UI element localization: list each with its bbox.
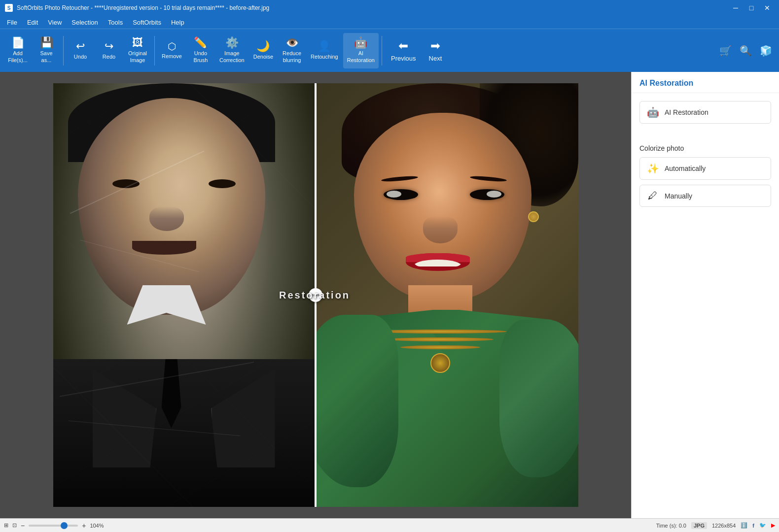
reduce-blurring-button[interactable]: 👁️ Reduce blurring — [278, 33, 306, 68]
wand-icon: ✨ — [647, 163, 659, 174]
status-left: ⊞ ⊡ − + 104% — [4, 522, 104, 530]
zoom-thumb[interactable] — [61, 522, 68, 529]
ai-restoration-icon: 🤖 — [354, 37, 367, 48]
toolbar-separator-3 — [382, 36, 382, 66]
panel-title: AI Restoration — [639, 79, 693, 87]
zoom-in-btn[interactable]: + — [82, 522, 86, 530]
title-bar: S SoftOrbits Photo Retoucher - ****Unreg… — [0, 0, 779, 16]
right-panel: AI Restoration 🤖 AI Restoration Colorize… — [631, 72, 779, 518]
denoise-button[interactable]: 🌙 Denoise — [249, 33, 277, 68]
remove-icon: ⬡ — [168, 41, 176, 51]
split-view-container: ⟺ Restoration — [53, 83, 578, 507]
zoom-out-btn[interactable]: − — [21, 522, 25, 530]
pen-icon: 🖊 — [647, 190, 659, 201]
menu-file[interactable]: File — [2, 17, 22, 28]
menu-tools[interactable]: Tools — [103, 17, 128, 28]
next-button[interactable]: ➡ Next — [423, 33, 448, 68]
format-badge: JPG — [691, 522, 707, 529]
redo-icon: ↪ — [105, 41, 113, 52]
menu-softorbits[interactable]: SoftOrbits — [128, 17, 166, 28]
cart-icon[interactable]: 🛒 — [716, 42, 735, 60]
menu-view[interactable]: View — [43, 17, 67, 28]
redo-button[interactable]: ↪ Redo — [95, 33, 123, 68]
previous-button[interactable]: ⬅ Previous — [385, 33, 422, 68]
app-icon: S — [5, 4, 13, 12]
undo-brush-button[interactable]: ✏️ Undo Brush — [187, 33, 214, 68]
automatically-button[interactable]: ✨ Automatically — [639, 157, 771, 180]
manually-button[interactable]: 🖊 Manually — [639, 185, 771, 207]
previous-icon: ⬅ — [398, 39, 408, 53]
undo-brush-icon: ✏️ — [194, 37, 207, 48]
facebook-icon[interactable]: f — [752, 523, 754, 529]
ai-restoration-label: AI Restoration — [665, 108, 708, 116]
main-content: ⟺ Restoration AI Restoration 🤖 AI Restor… — [0, 72, 779, 518]
actual-size-icon[interactable]: ⊡ — [12, 522, 17, 529]
panel-header: AI Restoration — [632, 72, 779, 93]
image-correction-button[interactable]: ⚙️ Image Correction — [215, 33, 248, 68]
menu-selection[interactable]: Selection — [67, 17, 103, 28]
time-display: Time (s): 0.0 — [656, 523, 686, 529]
ai-restoration-panel-button[interactable]: 🤖 AI Restoration — [639, 101, 771, 124]
split-handle[interactable]: ⟺ — [309, 288, 322, 302]
next-icon: ➡ — [430, 39, 440, 53]
split-divider[interactable]: ⟺ — [315, 83, 317, 507]
youtube-icon[interactable]: ▶ — [771, 522, 775, 529]
dimensions-display: 1226x854 — [712, 523, 736, 529]
canvas-area[interactable]: ⟺ Restoration — [0, 72, 631, 518]
after-photo — [315, 83, 578, 507]
toolbar-right-icons: 🛒 🔍 🧊 — [716, 42, 775, 60]
menu-bar: File Edit View Selection Tools SoftOrbit… — [0, 16, 779, 29]
menu-help[interactable]: Help — [166, 17, 189, 28]
scratches-overlay — [53, 83, 315, 507]
info-icon[interactable]: ℹ️ — [741, 522, 747, 529]
add-files-button[interactable]: 📄 Add File(s)... — [4, 33, 32, 68]
twitter-icon[interactable]: 🐦 — [759, 522, 766, 529]
ai-restoration-toolbar-button[interactable]: 🤖 AI Restoration — [343, 33, 379, 68]
undo-icon: ↩ — [76, 41, 85, 52]
remove-button[interactable]: ⬡ Remove — [158, 33, 186, 68]
robot-icon: 🤖 — [647, 106, 659, 118]
denoise-icon: 🌙 — [256, 41, 270, 52]
original-image-button[interactable]: 🖼 Original Image — [124, 33, 151, 68]
reduce-blurring-icon: 👁️ — [285, 37, 299, 48]
cube-icon[interactable]: 🧊 — [757, 42, 775, 60]
zoom-percent: 104% — [90, 523, 104, 529]
manually-label: Manually — [665, 192, 692, 200]
window-controls: ─ □ ✕ — [729, 1, 774, 15]
menu-edit[interactable]: Edit — [22, 17, 43, 28]
save-icon: 💾 — [40, 37, 53, 48]
automatically-label: Automatically — [665, 165, 706, 172]
add-files-icon: 📄 — [11, 37, 25, 48]
window-title: SoftOrbits Photo Retoucher - ****Unregis… — [17, 4, 269, 11]
minimize-button[interactable]: ─ — [729, 1, 743, 15]
close-button[interactable]: ✕ — [760, 1, 774, 15]
retouching-icon: 👤 — [318, 41, 331, 52]
colorize-section-label: Colorize photo — [639, 144, 771, 152]
before-photo — [53, 83, 315, 507]
panel-content: 🤖 AI Restoration Colorize photo ✨ Automa… — [632, 93, 779, 215]
undo-button[interactable]: ↩ Undo — [67, 33, 94, 68]
original-image-icon: 🖼 — [132, 37, 143, 48]
save-as-button[interactable]: 💾 Save as... — [33, 33, 60, 68]
maximize-button[interactable]: □ — [744, 1, 758, 15]
toolbar-separator-2 — [154, 36, 155, 66]
search-icon[interactable]: 🔍 — [737, 42, 755, 60]
status-right: Time (s): 0.0 JPG 1226x854 ℹ️ f 🐦 ▶ — [656, 522, 775, 529]
fit-icon[interactable]: ⊞ — [4, 522, 8, 529]
image-correction-icon: ⚙️ — [225, 37, 239, 48]
toolbar: 📄 Add File(s)... 💾 Save as... ↩ Undo ↪ R… — [0, 29, 779, 72]
retouching-button[interactable]: 👤 Retouching — [307, 33, 342, 68]
toolbar-separator-1 — [63, 36, 64, 66]
zoom-slider[interactable] — [29, 525, 78, 527]
status-bar: ⊞ ⊡ − + 104% Time (s): 0.0 JPG 1226x854 … — [0, 518, 779, 532]
